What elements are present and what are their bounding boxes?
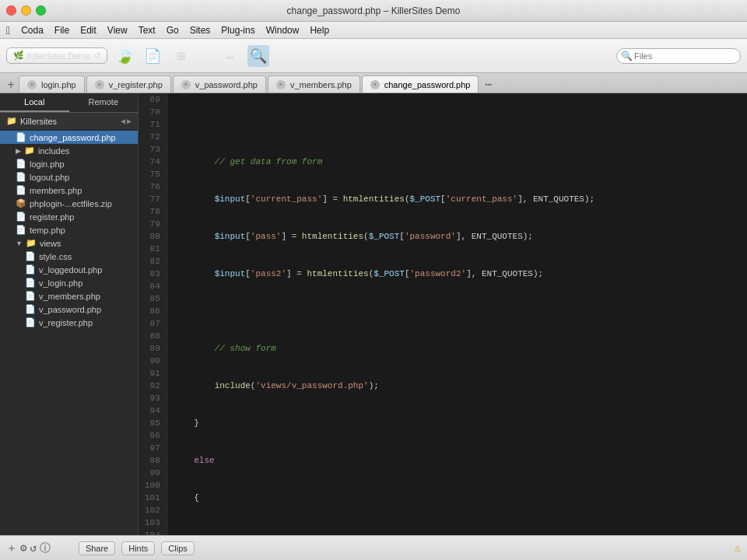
tab-vregister[interactable]: × v_register.php <box>86 75 171 93</box>
file-vregister[interactable]: 📄 v_register.php <box>0 316 138 329</box>
file-style[interactable]: 📄 style.css <box>0 250 138 263</box>
sidebar-tabs: Local Remote <box>0 93 138 113</box>
new-tab-button[interactable]: + <box>3 79 19 93</box>
folder-icon: 📁 <box>6 116 17 126</box>
tab-overflow[interactable]: ⋯ <box>480 75 496 93</box>
file-members[interactable]: 📄 members.php <box>0 184 138 197</box>
menu-coda[interactable]: Coda <box>21 25 44 36</box>
sidebar-tab-local[interactable]: Local <box>0 93 69 112</box>
menu-help[interactable]: Help <box>310 25 329 36</box>
site-selector[interactable]: 🌿 KillerSites Demo ↺ <box>6 47 107 64</box>
line-numbers: 69 70 71 72 73 74 75 76 77 78 79 80 81 8… <box>139 93 167 535</box>
toolbar-pencil-icon[interactable]: ✏️ <box>219 45 241 67</box>
site-refresh-icon[interactable]: ↺ <box>93 51 100 61</box>
warning-icon: ⚠ <box>735 541 741 555</box>
tab-changepassword[interactable]: × change_password.php <box>362 75 479 93</box>
info-icon[interactable]: ⓘ <box>40 541 51 555</box>
menu-go[interactable]: Go <box>167 25 179 36</box>
file-change-password[interactable]: 📄 change_password.php <box>0 131 138 144</box>
bottom-right: ⚠ <box>735 541 741 555</box>
menu-file[interactable]: File <box>54 25 69 36</box>
tab-label-vmembers: v_members.php <box>290 80 352 89</box>
menubar:  Coda File Edit View Text Go Sites Plug… <box>0 22 747 39</box>
menu-plugins[interactable]: Plug-ins <box>221 25 254 36</box>
tab-label-vregister: v_register.php <box>109 80 163 89</box>
code-line-77: } <box>174 417 741 429</box>
file-label-vloggedout: v_loggedout.php <box>39 265 102 275</box>
bottombar: ＋ ⚙ ↺ ⓘ Share Hints Clips ⚠ <box>0 535 747 560</box>
tab-close-login[interactable]: × <box>27 80 37 89</box>
window-title: change_password.php – KillerSites Demo <box>287 5 461 16</box>
tab-close-vregister[interactable]: × <box>95 80 104 89</box>
tab-vmembers[interactable]: × v_members.php <box>268 75 360 93</box>
search-input[interactable] <box>616 48 741 64</box>
folder-views[interactable]: ▼ 📁 views <box>0 236 138 250</box>
arrow-right[interactable]: ▶ <box>127 117 132 126</box>
file-login[interactable]: 📄 login.php <box>0 157 138 170</box>
file-icon-members: 📄 <box>16 185 26 195</box>
tab-close-vmembers[interactable]: × <box>276 80 286 89</box>
menu-view[interactable]: View <box>107 25 128 36</box>
share-button[interactable]: Share <box>79 541 115 555</box>
gear-icon[interactable]: ⚙ <box>20 541 26 555</box>
hints-button[interactable]: Hints <box>121 541 155 555</box>
toolbar-leaf-icon[interactable]: 🍃 <box>114 45 135 67</box>
clips-button[interactable]: Clips <box>161 541 194 555</box>
toolbar-grid-icon[interactable]: ⊞ <box>170 45 191 67</box>
code-area[interactable]: 69 70 71 72 73 74 75 76 77 78 79 80 81 8… <box>139 93 747 535</box>
file-vmembers-views[interactable]: 📄 v_members.php <box>0 289 138 303</box>
maximize-button[interactable] <box>36 5 46 16</box>
main-area: Local Remote 📁 Killersites ◀ ▶ 📄 change_… <box>0 93 747 535</box>
file-vpassword[interactable]: 📄 v_password.php <box>0 303 138 316</box>
arrow-left[interactable]: ◀ <box>121 117 125 126</box>
sidebar-header: 📁 Killersites ◀ ▶ <box>0 113 138 129</box>
file-vloggedout[interactable]: 📄 v_loggedout.php <box>0 263 138 276</box>
tab-close-changepassword[interactable]: × <box>370 80 380 89</box>
refresh-icon[interactable]: ↺ <box>30 541 36 555</box>
menu-window[interactable]: Window <box>266 25 300 36</box>
file-temp[interactable]: 📄 temp.php <box>0 223 138 236</box>
tab-label-vpassword: v_password.php <box>195 80 258 89</box>
menu-text[interactable]: Text <box>139 25 156 36</box>
code-line-78: else <box>174 454 741 467</box>
site-icon: 🌿 <box>13 51 24 61</box>
sidebar-arrows: ◀ ▶ <box>121 117 132 126</box>
tab-login[interactable]: × login.php <box>19 75 85 93</box>
file-register[interactable]: 📄 register.php <box>0 210 138 223</box>
file-icon-vloggedout: 📄 <box>25 264 36 275</box>
code-editor[interactable]: 69 70 71 72 73 74 75 76 77 78 79 80 81 8… <box>139 93 747 535</box>
file-icon-vpassword: 📄 <box>25 304 36 314</box>
code-line-73: $input['pass2'] = htmlentities($_POST['p… <box>174 268 741 280</box>
code-content[interactable]: // get data from form $input['current_pa… <box>167 93 747 535</box>
file-logout[interactable]: 📄 logout.php <box>0 170 138 184</box>
file-vlogin[interactable]: 📄 v_login.php <box>0 276 138 289</box>
toolbar-search-icon[interactable]: 🔍 <box>247 45 269 67</box>
file-includes[interactable]: ▶ 📁 includes <box>0 144 138 157</box>
minimize-button[interactable] <box>21 5 31 16</box>
tab-close-vpassword[interactable]: × <box>181 80 191 89</box>
sidebar-site[interactable]: 📁 Killersites <box>6 116 57 126</box>
tab-label-changepassword: change_password.php <box>384 80 471 89</box>
toolbar-page-icon[interactable]: 📄 <box>142 45 163 67</box>
tab-label-login: login.php <box>41 80 76 89</box>
menu-sites[interactable]: Sites <box>190 25 211 36</box>
code-line-69 <box>174 118 741 131</box>
sidebar-tab-remote[interactable]: Remote <box>69 93 139 112</box>
file-label-style: style.css <box>39 252 72 261</box>
apple-menu[interactable]:  <box>6 24 10 37</box>
file-icon-vmembers: 📄 <box>25 291 36 301</box>
file-label: change_password.php <box>30 133 116 142</box>
add-icon[interactable]: ＋ <box>6 541 17 555</box>
code-line-79: { <box>174 492 741 504</box>
code-line-71: $input['current_pass'] = htmlentities($_… <box>174 193 741 205</box>
folder-icon-includes: 📁 <box>24 145 35 156</box>
site-name: KillerSites Demo <box>27 51 90 61</box>
titlebar: change_password.php – KillerSites Demo <box>0 0 747 22</box>
close-button[interactable] <box>6 5 16 16</box>
toolbar: 🌿 KillerSites Demo ↺ 🍃 📄 ⊞ ✏️ 🔍 🔍 <box>0 39 747 73</box>
code-line-80 <box>174 529 741 535</box>
menu-edit[interactable]: Edit <box>80 25 96 36</box>
file-zip[interactable]: 📦 phplogin-...ectfiles.zip <box>0 197 138 210</box>
tab-vpassword[interactable]: × v_password.php <box>173 75 266 93</box>
file-label-vlogin: v_login.php <box>39 278 82 288</box>
